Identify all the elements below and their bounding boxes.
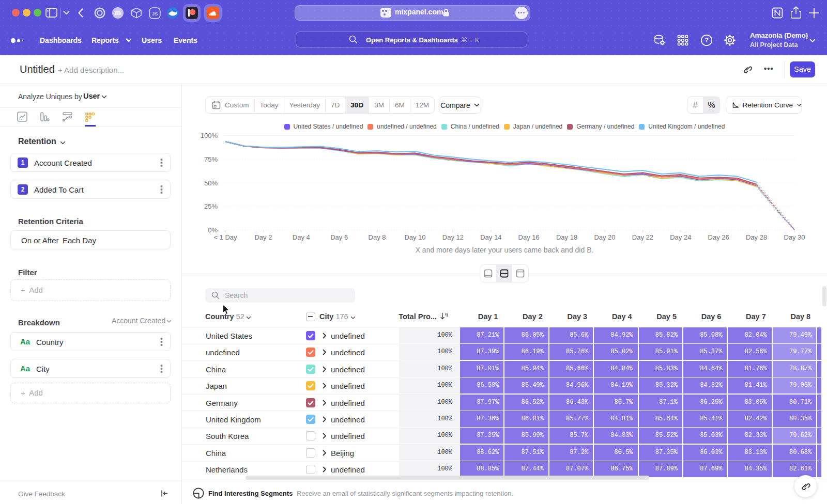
svg-text:Day 2: Day 2 bbox=[254, 233, 272, 241]
svg-text:Day 26: Day 26 bbox=[708, 233, 729, 241]
svg-text:Day 18: Day 18 bbox=[556, 233, 577, 241]
svg-text:< 1 Day: < 1 Day bbox=[213, 233, 237, 241]
svg-text:Day 4: Day 4 bbox=[293, 233, 310, 241]
svg-text:Day 8: Day 8 bbox=[369, 233, 386, 241]
svg-text:25%: 25% bbox=[204, 202, 218, 210]
svg-text:Day 16: Day 16 bbox=[518, 233, 540, 241]
svg-text:Day 30: Day 30 bbox=[784, 233, 805, 241]
svg-text:JS: JS bbox=[152, 11, 158, 17]
svg-text:Day 20: Day 20 bbox=[594, 233, 615, 241]
svg-text:Day 14: Day 14 bbox=[480, 233, 501, 241]
svg-text:Day 22: Day 22 bbox=[632, 233, 653, 241]
svg-text:Day 24: Day 24 bbox=[670, 233, 691, 241]
svg-text:Day 12: Day 12 bbox=[442, 233, 464, 241]
svg-text:100%: 100% bbox=[201, 132, 218, 139]
svg-text:Day 28: Day 28 bbox=[746, 233, 767, 241]
svg-text:75%: 75% bbox=[204, 155, 218, 163]
svg-text:?: ? bbox=[705, 37, 709, 44]
svg-text:50%: 50% bbox=[204, 179, 218, 187]
svg-text:Day 10: Day 10 bbox=[404, 233, 425, 241]
svg-text:Day 6: Day 6 bbox=[330, 233, 348, 241]
